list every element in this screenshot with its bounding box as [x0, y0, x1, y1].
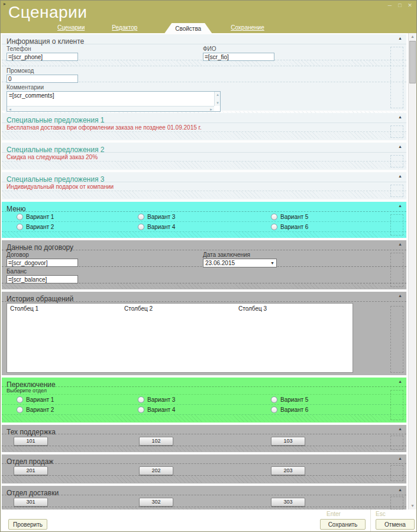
tech-button-101[interactable]: 101	[14, 437, 48, 446]
spacer-row	[2, 232, 406, 238]
section-sales: Отдел продаж ▲ 201 202 203	[2, 454, 406, 483]
switch-options-row-2: Вариант 2 Вариант 4 Вариант 6	[2, 405, 406, 415]
scrollbar-thumb[interactable]	[409, 41, 416, 83]
radio-icon[interactable]	[271, 407, 277, 413]
radio-option[interactable]: Вариант 2	[17, 224, 138, 230]
promo-input[interactable]	[7, 75, 78, 83]
menu-options-row-2: Вариант 2 Вариант 4 Вариант 6	[2, 222, 406, 232]
tab-save[interactable]: Сохранение	[231, 24, 264, 32]
collapse-icon[interactable]: ▲	[398, 144, 402, 149]
section-menu: Меню ▲ Вариант 1 Вариант 3 Вариант 5 Вар…	[2, 202, 406, 238]
radio-option[interactable]: Вариант 5	[271, 396, 406, 403]
radio-option[interactable]: Вариант 1	[17, 214, 138, 220]
section-title: Меню	[7, 205, 25, 213]
section-title: Данные по договору	[7, 243, 73, 252]
collapse-icon[interactable]: ▲	[398, 379, 402, 384]
history-table-header: Столбец 1 Столбец 2 Столбец 3	[7, 304, 353, 312]
radio-option[interactable]: Вариант 3	[138, 214, 271, 220]
scroll-down-icon[interactable]: ▼	[409, 502, 416, 510]
radio-option[interactable]: Вариант 3	[138, 396, 271, 403]
radio-option[interactable]: Вариант 4	[138, 224, 271, 230]
cancel-button[interactable]: Отмена	[376, 519, 415, 530]
radio-icon[interactable]	[271, 396, 277, 403]
tab-editor[interactable]: Редактор	[112, 24, 137, 32]
section-offer-3: Специальные предложения 3 ▲ Индивидуальн…	[2, 172, 406, 199]
collapse-icon[interactable]: ▲	[398, 488, 402, 492]
save-button[interactable]: Сохранить	[320, 519, 366, 530]
date-select[interactable]: 23.06.2015 ▼	[203, 259, 277, 267]
tech-button-102[interactable]: 102	[139, 437, 173, 446]
fio-input[interactable]	[203, 53, 274, 61]
collapse-icon[interactable]: ▲	[398, 204, 402, 208]
radio-option[interactable]: Вариант 6	[271, 407, 406, 413]
history-column-2[interactable]: Столбец 2	[124, 305, 238, 312]
minimize-button[interactable]: ─	[386, 2, 393, 9]
app-window: ▸ ─ □ ✕ Сценарии Сценарии Редактор Свойс…	[0, 0, 417, 532]
scroll-left-icon[interactable]: ◄	[8, 107, 12, 112]
contract-row-1: Договор Дата заключения 23.06.2015 ▼	[2, 250, 406, 267]
history-column-1[interactable]: Столбец 1	[10, 305, 124, 312]
radio-icon[interactable]	[17, 396, 23, 403]
radio-option[interactable]: Вариант 4	[138, 407, 271, 413]
sales-button-203[interactable]: 203	[271, 466, 305, 475]
collapse-icon[interactable]: ▲	[398, 294, 402, 298]
radio-option[interactable]: Вариант 6	[271, 224, 406, 230]
close-button[interactable]: ✕	[406, 2, 413, 9]
dogovor-label: Договор	[7, 252, 203, 258]
radio-option[interactable]: Вариант 5	[271, 214, 406, 220]
scroll-up-icon[interactable]: ▲	[409, 33, 416, 40]
section-switch: Переключение ▲ Выберите отдел Вариант 1 …	[2, 378, 406, 423]
delivery-button-303[interactable]: 303	[271, 498, 305, 507]
collapse-icon[interactable]: ▲	[398, 36, 402, 41]
textarea-hscrollbar[interactable]: ◄ ►	[7, 106, 214, 111]
scroll-right-icon[interactable]: ►	[209, 107, 213, 112]
tech-button-103[interactable]: 103	[271, 437, 305, 446]
phone-input[interactable]	[7, 53, 78, 61]
section-title: Специальные предложения 1	[7, 116, 104, 124]
main-vscrollbar[interactable]: ▲ ▼	[408, 33, 416, 510]
promo-label: Промокод	[7, 67, 402, 74]
spacer-row	[2, 415, 406, 422]
balance-input[interactable]	[7, 275, 78, 283]
collapse-icon[interactable]: ▲	[398, 456, 402, 461]
collapse-icon[interactable]: ▲	[398, 115, 402, 120]
maximize-button[interactable]: □	[396, 2, 403, 9]
offer-1-text: Бесплатная доставка при оформлении заказ…	[2, 123, 406, 132]
history-table[interactable]: Столбец 1 Столбец 2 Столбец 3	[7, 303, 353, 373]
radio-option[interactable]: Вариант 2	[17, 407, 138, 413]
scroll-up-icon[interactable]: ▲	[216, 92, 219, 97]
comments-value: =[scr_comments]	[7, 92, 220, 99]
client-info-row-1: Телефон ФИО	[2, 44, 406, 60]
delivery-button-301[interactable]: 301	[14, 498, 48, 507]
radio-icon[interactable]	[17, 214, 23, 220]
radio-icon[interactable]	[17, 407, 23, 413]
tab-properties[interactable]: Свойства	[164, 23, 212, 33]
history-column-3[interactable]: Столбец 3	[238, 305, 350, 312]
window-menu-icon[interactable]: ▸	[4, 1, 6, 7]
spacer-row	[2, 283, 406, 289]
footer-bar: Проверить Enter Сохранить Esc Отмена	[1, 510, 416, 531]
radio-icon[interactable]	[138, 224, 144, 230]
collapse-icon[interactable]: ▲	[398, 242, 402, 247]
radio-icon[interactable]	[271, 224, 277, 230]
sales-buttons-row: 201 202 203	[2, 464, 406, 476]
sales-button-202[interactable]: 202	[139, 466, 173, 475]
radio-icon[interactable]	[138, 407, 144, 413]
check-button[interactable]: Проверить	[8, 519, 47, 530]
radio-option[interactable]: Вариант 1	[17, 396, 138, 403]
collapse-icon[interactable]: ▲	[398, 174, 402, 179]
tab-scenarios[interactable]: Сценарии	[57, 24, 85, 32]
collapse-icon[interactable]: ▲	[398, 427, 402, 431]
comments-label: Комментарии	[7, 84, 402, 91]
comments-textarea[interactable]: =[scr_comments] ▲ ▼ ◄ ►	[7, 91, 221, 112]
delivery-button-302[interactable]: 302	[139, 498, 173, 507]
dogovor-input[interactable]	[7, 259, 78, 267]
radio-icon[interactable]	[138, 396, 144, 403]
radio-icon[interactable]	[138, 214, 144, 220]
radio-icon[interactable]	[271, 214, 277, 220]
radio-icon[interactable]	[17, 224, 23, 230]
scroll-down-icon[interactable]: ▼	[216, 101, 219, 105]
sales-button-201[interactable]: 201	[14, 466, 48, 475]
textarea-vscrollbar[interactable]: ▲ ▼	[214, 92, 220, 106]
section-tech-support: Тех поддержка ▲ 101 102 103	[2, 425, 406, 452]
